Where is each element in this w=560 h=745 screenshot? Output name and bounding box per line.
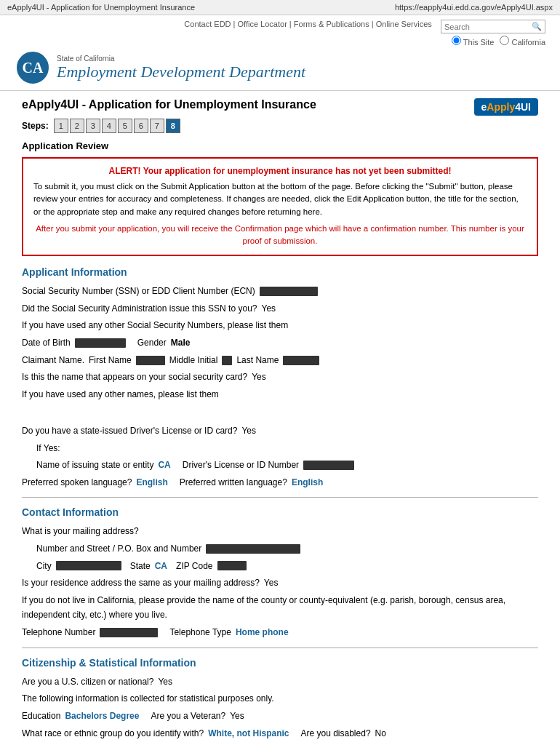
address-row: Number and Street / P.O. Box and Number	[36, 541, 538, 556]
nav-contact[interactable]: Contact EDD	[184, 20, 231, 47]
fourui-text: 4UI	[515, 101, 531, 113]
step-6[interactable]: 6	[134, 119, 148, 133]
header-main: CA State of California Employment Develo…	[15, 49, 545, 86]
telephone-row: Telephone Number Telephone Type Home pho…	[22, 625, 538, 640]
site-header: Contact EDD | Office Locator | Forms & P…	[0, 15, 560, 91]
nav-forms[interactable]: Forms & Publications	[294, 20, 369, 47]
blank-row	[22, 406, 538, 421]
alert-footer: After you submit your application, you w…	[33, 223, 527, 248]
alert-box: ALERT! Your application for unemployment…	[22, 157, 538, 256]
step-2[interactable]: 2	[70, 119, 84, 133]
zip-value	[217, 561, 247, 570]
dob-gender-row: Date of Birth Gender Male	[22, 335, 538, 350]
telephone-value	[100, 628, 158, 637]
citizenship-section-header: Citizenship & Statistical Information	[22, 657, 538, 670]
other-ssn-row: If you have used any other Social Securi…	[22, 318, 538, 332]
mailing-label: What is your mailing address?	[22, 524, 538, 538]
page-title: eApply4UI - Application for Unemployment…	[22, 98, 316, 111]
first-name-value	[136, 356, 165, 365]
search-icon[interactable]: 🔍	[532, 22, 542, 31]
county-label: If you do not live in California, please…	[22, 593, 538, 623]
other-names-row: If you have used any other names, please…	[22, 387, 538, 402]
divider-1	[22, 497, 538, 498]
svg-text:CA: CA	[23, 60, 44, 76]
name-row: Claimant Name. First Name Middle Initial…	[22, 353, 538, 367]
dob-value	[75, 338, 126, 348]
ssa-row: Did the Social Security Administration i…	[22, 301, 538, 316]
ssn-value	[260, 287, 318, 296]
dept-name: Employment Development Department	[57, 63, 305, 81]
nav-links: Contact EDD | Office Locator | Forms & P…	[15, 20, 545, 47]
tab-title: eApply4UI - Application for Unemployment…	[7, 3, 195, 12]
city-value	[56, 561, 121, 570]
nav-online[interactable]: Online Services	[376, 20, 432, 47]
dept-info: State of California Employment Developme…	[57, 55, 305, 81]
statistical-note: The following information is collected f…	[22, 691, 538, 706]
search-input[interactable]	[444, 23, 532, 31]
steps-row: Steps: 1 2 3 4 5 6 7 8	[22, 119, 538, 133]
eapply-logo: eApply4UI	[474, 98, 538, 116]
step-3[interactable]: 3	[86, 119, 100, 133]
dl-number-value	[303, 461, 354, 470]
city-state-zip-row: City State CA ZIP Code	[36, 559, 538, 573]
search-area: 🔍 This Site California	[441, 20, 545, 47]
dept-subtitle: State of California	[57, 55, 305, 63]
step-8[interactable]: 8	[166, 119, 180, 133]
if-yes-row: If Yes:	[36, 441, 538, 455]
search-box: 🔍	[441, 20, 545, 33]
race-disabled-row: What race or ethnic group do you identif…	[22, 726, 538, 741]
step-4[interactable]: 4	[102, 119, 116, 133]
radio-this-site[interactable]: This Site	[452, 36, 495, 47]
issuing-state-row: Name of issuing state or entity CA Drive…	[36, 458, 538, 472]
logo-area: CA State of California Employment Develo…	[15, 49, 305, 86]
browser-bar: eApply4UI - Application for Unemployment…	[0, 0, 560, 15]
search-radios: This Site California	[452, 36, 545, 47]
url-bar: https://eapply4ui.edd.ca.gov/eApply4UI.a…	[395, 3, 553, 12]
application-review-label: Application Review Steps:	[22, 140, 538, 151]
apply-text: Apply	[487, 101, 515, 113]
last-name-value	[283, 356, 319, 365]
residence-same-row: Is your residence address the same as yo…	[22, 575, 538, 590]
social-card-row: Is this the name that appears on your so…	[22, 370, 538, 384]
ca-logo: CA	[15, 49, 51, 86]
nav-office[interactable]: Office Locator	[238, 20, 287, 47]
alert-body: To submit it, you must click on the Subm…	[33, 180, 527, 218]
applicant-section-header: Applicant Information	[22, 266, 538, 279]
divider-2	[22, 648, 538, 648]
education-veteran-row: Education Bachelors Degree Are you a Vet…	[22, 709, 538, 723]
contact-section-header: Contact Information	[22, 506, 538, 519]
step-1[interactable]: 1	[54, 119, 68, 133]
main-content: eApply4UI - Application for Unemployment…	[0, 91, 560, 745]
ssn-row: Social Security Number (SSN) or EDD Clie…	[22, 284, 538, 298]
address-value	[206, 544, 300, 554]
drivers-license-row: Do you have a state-issued Driver's Lice…	[22, 423, 538, 438]
steps-label: Steps:	[22, 121, 49, 131]
middle-initial-value	[222, 356, 232, 365]
radio-california[interactable]: California	[500, 36, 545, 47]
citizen-row: Are you a U.S. citizen or national? Yes	[22, 674, 538, 689]
alert-title: ALERT! Your application for unemployment…	[33, 166, 527, 176]
step-5[interactable]: 5	[118, 119, 132, 133]
language-row: Preferred spoken language? English Prefe…	[22, 475, 538, 490]
step-7[interactable]: 7	[150, 119, 164, 133]
